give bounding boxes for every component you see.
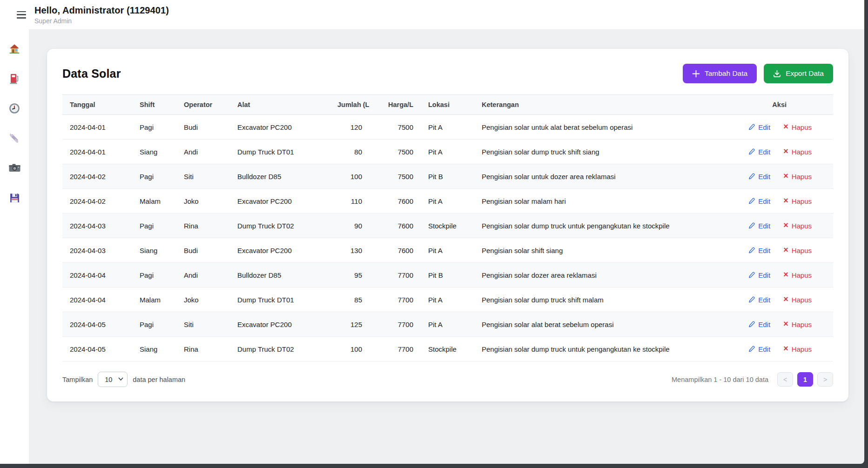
pencil-icon xyxy=(748,272,755,278)
sidebar-item-save[interactable] xyxy=(7,191,21,204)
user-role: Super Admin xyxy=(34,17,169,25)
sidebar-item-home[interactable] xyxy=(7,42,21,55)
cell-jumlah: 95 xyxy=(330,271,370,279)
pencil-icon xyxy=(748,296,755,303)
cell-shift: Siang xyxy=(132,148,176,156)
hapus-link[interactable]: × Hapus xyxy=(783,246,812,254)
cell-tanggal: 2024-04-04 xyxy=(62,296,132,304)
sidebar-item-photos[interactable] xyxy=(7,161,21,174)
cell-operator: Rina xyxy=(176,345,230,353)
hapus-label: Hapus xyxy=(792,247,812,254)
col-header-aksi: Aksi xyxy=(745,101,833,108)
hapus-link[interactable]: × Hapus xyxy=(783,147,812,156)
table-row: 2024-04-05 Siang Rina Dump Truck DT02 10… xyxy=(62,337,833,361)
edit-link[interactable]: Edit xyxy=(748,123,770,131)
edit-link[interactable]: Edit xyxy=(748,148,770,156)
cell-shift: Pagi xyxy=(132,222,176,230)
edit-label: Edit xyxy=(758,296,770,304)
cell-alat: Dump Truck DT02 xyxy=(230,345,330,353)
camera-icon xyxy=(8,162,21,174)
edit-label: Edit xyxy=(758,197,770,205)
cell-operator: Rina xyxy=(176,222,230,230)
hamburger-menu-icon[interactable] xyxy=(17,11,26,19)
pencil-icon xyxy=(748,346,755,352)
hapus-link[interactable]: × Hapus xyxy=(783,345,812,353)
cell-operator: Joko xyxy=(176,296,230,304)
cell-harga: 7700 xyxy=(370,296,421,304)
edit-link[interactable]: Edit xyxy=(748,197,770,205)
edit-link[interactable]: Edit xyxy=(748,321,770,328)
cell-jumlah: 90 xyxy=(330,222,370,230)
hapus-label: Hapus xyxy=(792,271,812,279)
cell-keterangan: Pengisian solar dozer area reklamasi xyxy=(474,271,745,279)
cell-shift: Siang xyxy=(132,247,176,254)
edit-link[interactable]: Edit xyxy=(748,271,770,279)
hapus-link[interactable]: × Hapus xyxy=(783,320,812,328)
pencil-icon xyxy=(748,198,755,204)
hapus-label: Hapus xyxy=(792,296,812,304)
pencil-icon xyxy=(748,148,755,155)
tambah-data-label: Tambah Data xyxy=(705,69,747,78)
cell-alat: Excavator PC200 xyxy=(230,123,330,131)
edit-label: Edit xyxy=(758,222,770,230)
x-icon: × xyxy=(783,320,788,328)
app-window: Hello, Administrator (1129401) Super Adm… xyxy=(0,0,864,464)
cell-keterangan: Pengisian solar alat berat sebelum opera… xyxy=(474,321,745,328)
cell-operator: Budi xyxy=(176,123,230,131)
cell-lokasi: Pit A xyxy=(421,123,474,131)
sidebar-item-fuel[interactable] xyxy=(7,72,21,85)
cell-operator: Siti xyxy=(176,321,230,328)
col-header-alat: Alat xyxy=(230,101,330,108)
cell-tanggal: 2024-04-05 xyxy=(62,345,132,353)
cell-shift: Pagi xyxy=(132,123,176,131)
table-row: 2024-04-03 Pagi Rina Dump Truck DT02 90 … xyxy=(62,214,833,238)
cell-harga: 7500 xyxy=(370,148,421,156)
x-icon: × xyxy=(783,122,788,131)
edit-link[interactable]: Edit xyxy=(748,173,770,181)
hapus-link[interactable]: × Hapus xyxy=(783,172,812,181)
cell-lokasi: Pit A xyxy=(421,321,474,328)
hapus-link[interactable]: × Hapus xyxy=(783,221,812,230)
edit-link[interactable]: Edit xyxy=(748,296,770,304)
pencil-icon xyxy=(748,321,755,328)
col-header-shift: Shift xyxy=(132,101,176,108)
edit-label: Edit xyxy=(758,148,770,156)
cell-lokasi: Pit A xyxy=(421,247,474,254)
sidebar-item-tools[interactable] xyxy=(7,132,21,145)
current-page-button[interactable]: 1 xyxy=(797,372,813,387)
cell-lokasi: Pit B xyxy=(421,173,474,181)
edit-label: Edit xyxy=(758,123,770,131)
pagination: Menampilkan 1 - 10 dari 10 data < 1 > xyxy=(672,372,833,387)
cell-keterangan: Pengisian solar malam hari xyxy=(474,197,745,205)
hapus-link[interactable]: × Hapus xyxy=(783,295,812,304)
prev-page-button[interactable]: < xyxy=(777,372,793,387)
per-page-select[interactable]: 10 xyxy=(98,372,128,387)
next-page-button[interactable]: > xyxy=(817,372,833,387)
cell-harga: 7700 xyxy=(370,321,421,328)
wrench-icon xyxy=(8,132,20,144)
plus-icon xyxy=(692,70,700,78)
x-icon: × xyxy=(783,221,788,229)
hapus-link[interactable]: × Hapus xyxy=(783,197,812,205)
table-body: 2024-04-01 Pagi Budi Excavator PC200 120… xyxy=(62,115,833,361)
table-row: 2024-04-01 Pagi Budi Excavator PC200 120… xyxy=(62,115,833,140)
edit-link[interactable]: Edit xyxy=(748,247,770,254)
cell-jumlah: 120 xyxy=(330,123,370,131)
edit-link[interactable]: Edit xyxy=(748,345,770,353)
cell-alat: Excavator PC200 xyxy=(230,247,330,254)
clock-icon xyxy=(8,102,20,114)
cell-tanggal: 2024-04-03 xyxy=(62,222,132,230)
per-page-suffix: data per halaman xyxy=(133,376,185,383)
hapus-label: Hapus xyxy=(792,173,812,181)
sidebar-item-history[interactable] xyxy=(7,102,21,115)
cell-lokasi: Stockpile xyxy=(421,222,474,230)
cell-keterangan: Pengisian solar dump truck shift malam xyxy=(474,296,745,304)
cell-shift: Siang xyxy=(132,345,176,353)
edit-link[interactable]: Edit xyxy=(748,222,770,230)
x-icon: × xyxy=(783,295,788,303)
hapus-link[interactable]: × Hapus xyxy=(783,123,812,131)
tambah-data-button[interactable]: Tambah Data xyxy=(683,64,757,83)
export-data-button[interactable]: Export Data xyxy=(764,64,833,83)
hapus-link[interactable]: × Hapus xyxy=(783,271,812,279)
per-page-control: Tampilkan 10 data per halaman xyxy=(62,372,185,387)
